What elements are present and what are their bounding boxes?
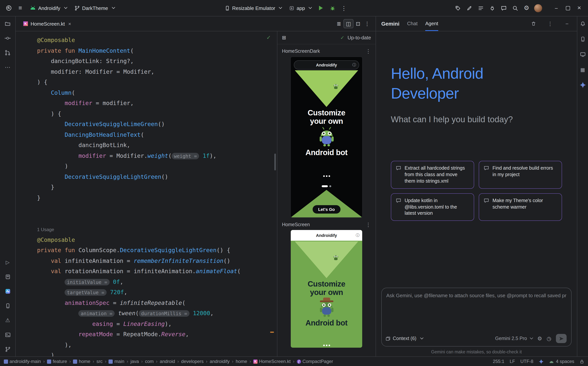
breadcrumb-item[interactable]: android [160, 359, 175, 364]
hide-panel-icon[interactable]: − [562, 19, 572, 28]
breadcrumb-item[interactable]: androidify-main [4, 359, 41, 364]
window-minimize-button[interactable]: − [551, 3, 561, 13]
split-editor-icon[interactable]: ◫ [344, 19, 353, 28]
suggestion-text: Extract all hardcoded strings from this … [405, 165, 469, 184]
breadcrumb-item[interactable]: home [236, 359, 247, 364]
breadcrumb-item[interactable]: feature [47, 359, 67, 364]
code-editor[interactable]: @Composableprivate fun MainHomeContent( … [16, 31, 277, 357]
main-menu-icon[interactable]: ≡ [15, 3, 25, 13]
settings-gear-icon[interactable]: ⚙ [521, 3, 531, 13]
breadcrumb-item[interactable]: KHomeScreen.kt [253, 359, 290, 364]
device-manager-icon[interactable] [579, 35, 587, 43]
window-maximize-button[interactable] [563, 3, 573, 13]
breadcrumb-separator: › [156, 359, 157, 364]
layout-inspector-icon[interactable]: ▦ [579, 65, 587, 74]
gemini-prompt-input[interactable]: Ask Gemini, use @filename to attach sour… [381, 288, 572, 347]
more-actions-icon[interactable]: ⋮ [339, 3, 349, 13]
more-tool-windows-icon[interactable]: ⋯ [3, 63, 12, 71]
pull-requests-icon[interactable] [3, 48, 12, 57]
vcs-branch-selector[interactable]: DarkTheme [71, 3, 118, 13]
preview-app-pill: Androidify ⓘ [294, 60, 359, 69]
preview-menu-icon[interactable]: ⋮ [366, 221, 371, 228]
ai-tag-icon[interactable] [453, 3, 463, 13]
running-devices-tool-icon[interactable] [3, 301, 12, 310]
suggestion-card-strings[interactable]: Extract all hardcoded strings from this … [391, 161, 474, 189]
breadcrumb-item[interactable]: src [97, 359, 103, 364]
gemini-tool-icon[interactable] [579, 81, 587, 89]
lets-go-button[interactable]: Let's Go [312, 205, 340, 214]
tab-agent[interactable]: Agent [425, 16, 438, 31]
prompt-settings-gear-icon[interactable]: ⚙ [537, 336, 542, 341]
breadcrumb-item[interactable]: java [130, 359, 139, 364]
preview-headline-bottom: Android bot [291, 148, 362, 157]
run-button[interactable] [316, 3, 326, 13]
preview-menu-icon[interactable]: ⋮ [366, 48, 371, 54]
preview-homescreendark[interactable]: Androidify ⓘ Customize your own [290, 57, 363, 218]
suggestion-card-theme-warmer[interactable]: Make my Theme's color scheme warmer [479, 193, 562, 221]
ai-checklist-icon[interactable] [476, 3, 486, 13]
chevron-down-icon [64, 6, 67, 9]
maximize-icon [566, 6, 570, 10]
editor-options-icon[interactable]: ⋮ [363, 19, 372, 28]
suggestion-card-update-kotlin[interactable]: Update kotlin in @libs.version.toml to t… [391, 193, 474, 221]
editor-tab-homescreen[interactable]: K HomeScreen.kt × [19, 16, 75, 31]
gemini-options-icon[interactable]: ⋮ [546, 19, 555, 28]
line-separator[interactable]: LF [510, 359, 515, 364]
breadcrumb-item[interactable]: home [73, 359, 90, 364]
breadcrumb-separator: › [232, 359, 233, 364]
breadcrumb-item[interactable]: ƒCompactPager [297, 359, 333, 364]
breadcrumb-item[interactable]: developers [181, 359, 203, 364]
ai-chat-icon[interactable] [499, 3, 509, 13]
dots-ornament [291, 175, 362, 177]
breadcrumb-item[interactable]: androidify [210, 359, 230, 364]
caret-position[interactable]: 255:1 [493, 359, 504, 364]
notifications-bell-icon[interactable] [579, 19, 587, 28]
editor-scrollbar[interactable] [274, 153, 276, 170]
context-selector[interactable]: Context (6) [386, 336, 423, 341]
user-avatar[interactable] [533, 3, 543, 13]
send-button[interactable] [556, 334, 567, 343]
window-close-button[interactable]: × [574, 3, 584, 13]
run-configuration-selector[interactable]: app [286, 3, 314, 13]
device-selector[interactable]: Resizable Emulator [221, 3, 285, 13]
profiler-tool-icon[interactable] [3, 287, 12, 295]
suggestion-card-build-errors[interactable]: Find and resolve build errors in my proj… [479, 161, 562, 189]
indent-setting[interactable]: 4 spaces [549, 359, 574, 364]
model-selector[interactable]: Gemini 2.5 Pro [495, 336, 533, 341]
search-everywhere-icon[interactable] [510, 3, 520, 13]
inspections-ok-icon[interactable]: ✓ [267, 34, 271, 40]
prompt-history-clock-icon[interactable]: ◷ [547, 336, 551, 341]
clear-chat-trash-icon[interactable] [529, 19, 538, 28]
gemini-subtitle: What can I help you build today? [391, 114, 572, 125]
debug-button[interactable] [328, 3, 337, 13]
gemini-input-area: Ask Gemini, use @filename to attach sour… [381, 288, 572, 354]
preview-grid-icon[interactable]: ⊞ [282, 35, 286, 40]
status-bar: androidify-main›feature›home›src›main›ja… [0, 357, 588, 366]
mini-bot-sprite [331, 82, 340, 91]
preview-homescreen[interactable]: Androidify ⓘ Customize your own [291, 230, 362, 348]
breadcrumb-item[interactable]: com [145, 359, 153, 364]
gemini-status-icon[interactable] [539, 359, 544, 364]
file-encoding[interactable]: UTF-8 [520, 359, 533, 364]
version-control-tool-icon[interactable] [3, 345, 12, 353]
build-tool-icon[interactable] [3, 272, 12, 281]
editor-list-icon[interactable]: ≣ [334, 19, 344, 28]
terminal-tool-icon[interactable] [3, 330, 12, 339]
run-tool-icon[interactable]: ▷ [3, 258, 12, 266]
editor-preview-icon[interactable]: ⊡ [353, 19, 363, 28]
tab-close-icon[interactable]: × [68, 21, 71, 27]
ai-plug-icon[interactable] [487, 3, 497, 13]
mini-bot-sprite [331, 253, 340, 262]
project-tool-icon[interactable] [3, 19, 12, 28]
editor-area: K HomeScreen.kt × ≣ ◫ ⊡ ⋮ @Composablepri… [16, 16, 375, 357]
readonly-lock-icon[interactable] [580, 359, 584, 364]
up-to-date-check-icon: ✓ [340, 35, 344, 40]
app-label: Androidify [316, 63, 337, 67]
breadcrumb-item[interactable]: main [109, 359, 124, 364]
tab-chat[interactable]: Chat [407, 16, 418, 31]
commit-tool-icon[interactable] [3, 34, 12, 42]
project-selector[interactable]: Androidify [27, 3, 70, 13]
problems-tool-icon[interactable]: ⚠ [3, 316, 12, 324]
ai-rename-icon[interactable] [464, 3, 474, 13]
running-devices-icon[interactable] [579, 50, 587, 58]
